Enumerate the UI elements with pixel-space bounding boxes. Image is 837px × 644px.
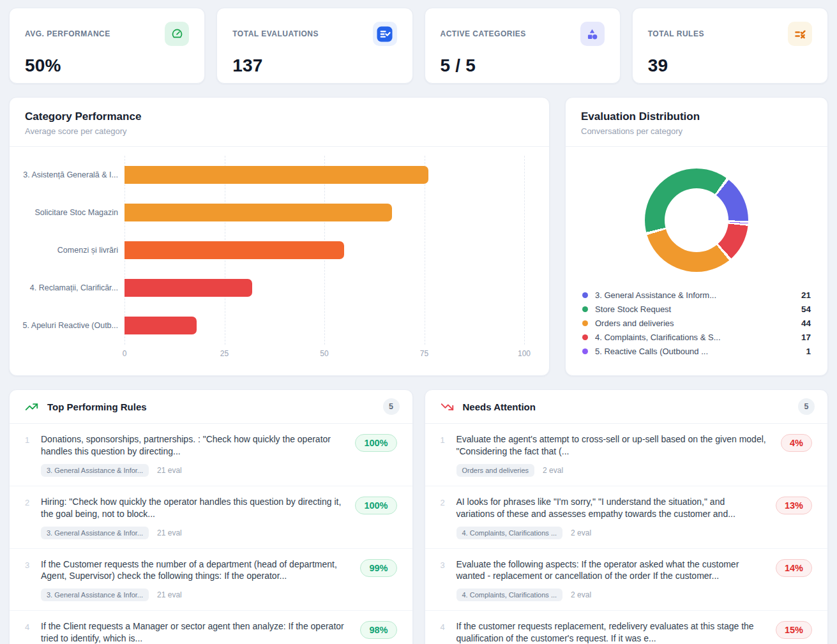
rule-rank: 2 xyxy=(25,496,41,539)
donut-chart xyxy=(645,168,748,272)
rules-row: Top Performing Rules 5 1 Donations, spon… xyxy=(9,389,828,644)
rule-item[interactable]: 3 Evaluate the following aspects: If the… xyxy=(425,548,828,611)
score-badge: 13% xyxy=(776,497,812,514)
count-badge: 5 xyxy=(383,398,400,415)
rule-item[interactable]: 1 Evaluate the agent's attempt to cross-… xyxy=(425,424,828,486)
legend-label: 5. Reactive Calls (Outbound ... xyxy=(595,347,806,356)
bar xyxy=(124,279,252,297)
legend-item[interactable]: 4. Complaints, Clarifications & S... 17 xyxy=(582,330,811,344)
stat-value: 50% xyxy=(25,56,189,76)
trending-down-icon xyxy=(441,400,454,414)
stat-label: ACTIVE CATEGORIES xyxy=(441,29,526,38)
stat-value: 5 / 5 xyxy=(441,56,605,76)
rule-item[interactable]: 3 If the Customer requests the number of… xyxy=(10,548,412,611)
stat-card-avg-performance: AVG. PERFORMANCE 50% xyxy=(9,8,205,84)
legend-dot xyxy=(582,320,588,326)
donut-legend: 3. General Assistance & Inform... 21 Sto… xyxy=(566,272,827,358)
eval-count: 2 eval xyxy=(571,590,591,599)
rule-text: AI looks for phrases like "I'm sorry," "… xyxy=(456,497,735,519)
list-header: Needs Attention 5 xyxy=(425,390,828,424)
score-badge: 100% xyxy=(355,497,396,514)
trending-up-icon xyxy=(25,400,38,414)
eval-count: 2 eval xyxy=(571,528,591,537)
stat-label: AVG. PERFORMANCE xyxy=(25,29,110,38)
rule-item[interactable]: 1 Donations, sponsorships, partnerships.… xyxy=(10,424,412,486)
legend-dot xyxy=(582,292,588,298)
rule-item[interactable]: 2 AI looks for phrases like "I'm sorry,"… xyxy=(425,486,828,548)
bar-row: 5. Apeluri Reactive (Outb... xyxy=(10,306,524,344)
rule-text: If the Customer requests the number of a… xyxy=(41,559,337,581)
rule-rank: 2 xyxy=(441,496,456,539)
rule-item[interactable]: 4 If the customer requests replacement, … xyxy=(425,610,828,644)
card-subtitle: Average score per category xyxy=(25,126,534,136)
bar-category-label: 4. Reclamații, Clarificăr... xyxy=(10,283,124,292)
legend-label: Orders and deliveries xyxy=(595,318,801,328)
eval-count: 21 eval xyxy=(157,466,182,475)
rule-text: Evaluate the agent's attempt to cross-se… xyxy=(456,434,766,456)
legend-value: 21 xyxy=(801,290,811,300)
shapes-icon xyxy=(580,22,605,46)
legend-value: 1 xyxy=(806,347,811,356)
score-badge: 14% xyxy=(776,559,812,577)
eval-count: 2 eval xyxy=(543,466,563,475)
bar-chart: 3. Asistență Generală & I... Solicitare … xyxy=(10,147,549,363)
bar-row: 3. Asistență Generală & I... xyxy=(10,156,524,193)
bar-category-label: 3. Asistență Generală & I... xyxy=(10,170,124,179)
rule-text: Evaluate the following aspects: If the o… xyxy=(456,559,739,581)
rule-item[interactable]: 4 If the Client requests a Manager or se… xyxy=(10,610,412,644)
score-badge: 98% xyxy=(360,621,396,639)
category-tag: 4. Complaints, Clarifications ... xyxy=(456,527,563,539)
legend-item[interactable]: Store Stock Request 54 xyxy=(582,302,811,316)
rule-rank: 3 xyxy=(25,558,41,602)
bar-row: 4. Reclamații, Clarificăr... xyxy=(10,269,524,306)
legend-item[interactable]: 3. General Assistance & Inform... 21 xyxy=(582,288,811,302)
charts-row: Category Performance Average score per c… xyxy=(9,97,828,376)
stat-label: TOTAL RULES xyxy=(648,29,704,38)
category-tag: 4. Complaints, Clarifications ... xyxy=(456,588,563,601)
rule-item[interactable]: 2 Hiring: "Check how quickly the operato… xyxy=(10,486,412,548)
rule-text: Donations, sponsorships, partnerships. :… xyxy=(41,434,331,456)
card-subtitle: Conversations per category xyxy=(581,126,812,136)
bar xyxy=(124,317,197,334)
legend-dot xyxy=(582,334,588,340)
rules-check-icon xyxy=(788,22,812,46)
category-tag: Orders and deliveries xyxy=(456,464,535,477)
stat-label: TOTAL EVALUATIONS xyxy=(232,29,319,38)
x-tick-label: 0 xyxy=(123,349,127,358)
legend-label: 4. Complaints, Clarifications & S... xyxy=(595,333,801,342)
stat-card-active-categories: ACTIVE CATEGORIES 5 / 5 xyxy=(425,8,621,84)
dashboard-page: AVG. PERFORMANCE 50% TOTAL EVALUATIONS 1… xyxy=(0,0,837,644)
score-badge: 15% xyxy=(776,621,812,639)
evaluation-distribution-card: Evaluation Distribution Conversations pe… xyxy=(565,97,828,376)
bar-row: Comenzi și livrări xyxy=(10,231,524,269)
gauge-icon xyxy=(165,22,189,46)
bar-category-label: 5. Apeluri Reactive (Outb... xyxy=(10,321,124,330)
legend-value: 44 xyxy=(801,318,811,328)
category-tag: 3. General Assistance & Infor... xyxy=(41,464,149,477)
rule-rank: 4 xyxy=(441,620,456,644)
stats-row: AVG. PERFORMANCE 50% TOTAL EVALUATIONS 1… xyxy=(9,8,828,84)
x-tick-label: 75 xyxy=(420,349,428,358)
bar xyxy=(124,241,344,259)
rule-rank: 3 xyxy=(441,558,456,602)
card-title: Evaluation Distribution xyxy=(581,110,812,123)
card-header: Evaluation Distribution Conversations pe… xyxy=(566,98,827,147)
eval-count: 21 eval xyxy=(157,590,182,599)
category-tag: 3. General Assistance & Infor... xyxy=(41,588,149,601)
count-badge: 5 xyxy=(798,398,815,415)
rule-rank: 1 xyxy=(25,433,41,477)
legend-item[interactable]: Orders and deliveries 44 xyxy=(582,316,811,330)
legend-item[interactable]: 5. Reactive Calls (Outbound ... 1 xyxy=(582,344,811,358)
list-check-icon xyxy=(373,22,397,46)
legend-dot xyxy=(582,306,588,312)
bar xyxy=(124,204,392,221)
list-header: Top Performing Rules 5 xyxy=(10,390,412,424)
legend-label: 3. General Assistance & Inform... xyxy=(595,290,801,300)
stat-value: 39 xyxy=(648,56,812,76)
rule-text: Hiring: "Check how quickly the operator … xyxy=(41,497,341,519)
stat-card-total-rules: TOTAL RULES 39 xyxy=(632,8,828,84)
bar-category-label: Comenzi și livrări xyxy=(10,246,124,255)
bar-category-label: Solicitare Stoc Magazin xyxy=(10,208,124,217)
legend-dot xyxy=(582,348,588,354)
card-header: Category Performance Average score per c… xyxy=(10,98,549,147)
